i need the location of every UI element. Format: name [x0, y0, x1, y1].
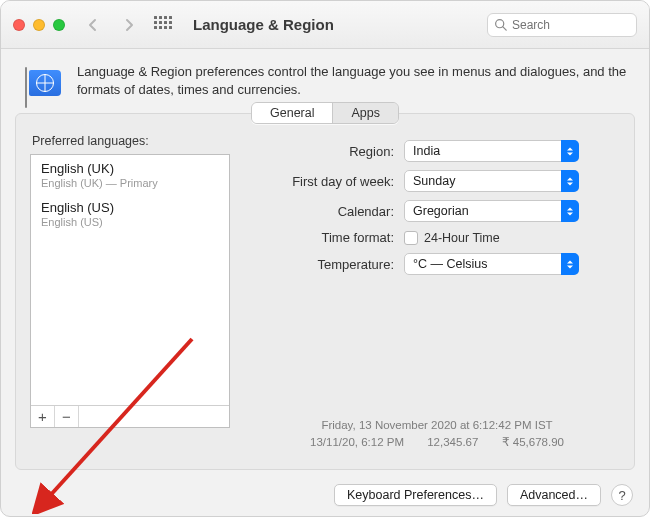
show-all-icon[interactable]	[153, 15, 173, 35]
24hour-checkbox[interactable]	[404, 231, 418, 245]
tab-apps[interactable]: Apps	[332, 103, 398, 123]
tab-general[interactable]: General	[252, 103, 332, 123]
languages-list-footer: + −	[31, 405, 229, 427]
language-subtext: English (UK) — Primary	[41, 177, 219, 189]
language-item[interactable]: English (US) English (US)	[31, 194, 229, 233]
region-label: Region:	[254, 144, 394, 159]
updown-icon	[561, 253, 579, 275]
back-button[interactable]	[79, 13, 107, 37]
first-day-select[interactable]: Sunday	[404, 170, 579, 192]
updown-icon	[561, 200, 579, 222]
format-examples: Friday, 13 November 2020 at 6:12:42 PM I…	[254, 417, 620, 452]
footer-buttons: Keyboard Preferences… Advanced… ?	[1, 480, 649, 516]
time-format-label: Time format:	[254, 230, 394, 245]
advanced-button[interactable]: Advanced…	[507, 484, 601, 506]
24hour-label: 24-Hour Time	[424, 231, 500, 245]
page-title: Language & Region	[193, 16, 334, 33]
svg-line-1	[503, 27, 506, 30]
preferred-languages-section: Preferred languages: English (UK) Englis…	[30, 132, 230, 455]
calendar-label: Calendar:	[254, 204, 394, 219]
updown-icon	[561, 140, 579, 162]
preferences-window: Language & Region Language & Region pref…	[0, 0, 650, 517]
language-item[interactable]: English (UK) English (UK) — Primary	[31, 155, 229, 194]
updown-icon	[561, 170, 579, 192]
temperature-select[interactable]: °C — Celsius	[404, 253, 579, 275]
temperature-label: Temperature:	[254, 257, 394, 272]
language-name: English (US)	[41, 200, 219, 215]
close-window-button[interactable]	[13, 19, 25, 31]
languages-list: English (UK) English (UK) — Primary Engl…	[30, 154, 230, 428]
add-language-button[interactable]: +	[31, 406, 55, 427]
minimize-window-button[interactable]	[33, 19, 45, 31]
region-settings: Region: India First day of week: Sunday …	[254, 132, 620, 455]
remove-language-button[interactable]: −	[55, 406, 79, 427]
language-subtext: English (US)	[41, 216, 219, 228]
search-input[interactable]	[512, 18, 630, 32]
region-select[interactable]: India	[404, 140, 579, 162]
search-icon	[494, 18, 507, 31]
minus-icon: −	[62, 408, 71, 425]
search-field[interactable]	[487, 13, 637, 37]
first-day-label: First day of week:	[254, 174, 394, 189]
language-name: English (UK)	[41, 161, 219, 176]
window-controls	[13, 19, 65, 31]
zoom-window-button[interactable]	[53, 19, 65, 31]
titlebar: Language & Region	[1, 1, 649, 49]
plus-icon: +	[38, 408, 47, 425]
main-pane: General Apps Preferred languages: Englis…	[15, 113, 635, 470]
description-text: Language & Region preferences control th…	[77, 63, 627, 98]
tab-bar: General Apps	[251, 102, 399, 124]
calendar-select[interactable]: Gregorian	[404, 200, 579, 222]
keyboard-preferences-button[interactable]: Keyboard Preferences…	[334, 484, 497, 506]
forward-button[interactable]	[115, 13, 143, 37]
preferred-languages-label: Preferred languages:	[32, 134, 230, 148]
help-button[interactable]: ?	[611, 484, 633, 506]
language-region-icon	[23, 63, 63, 103]
